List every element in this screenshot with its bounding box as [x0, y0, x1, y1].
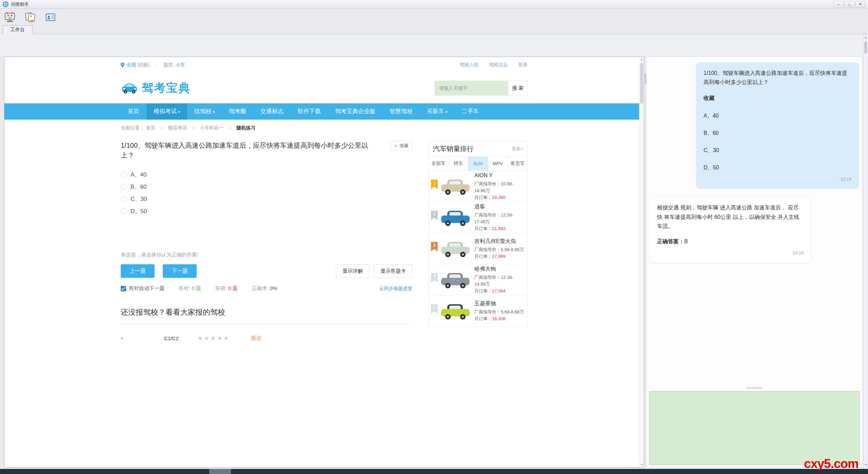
car-name: 吉利几何E萤火虫 — [474, 237, 524, 246]
ranking-item[interactable]: 5 五菱星驰 厂商指导价：5.68-8.68万 月订单：16,306 — [429, 295, 527, 327]
nav-item-smart-school[interactable]: 智慧驾校 — [382, 103, 420, 120]
search-button[interactable]: 搜 索 — [508, 81, 528, 96]
school-row[interactable]: C1/C2 ★★★★★ 面议 — [121, 335, 412, 342]
nav-item-downloads[interactable]: 软件下载 — [291, 103, 328, 120]
auto-next-checkbox[interactable] — [121, 286, 126, 291]
car-image — [440, 177, 471, 196]
breadcrumb-current: 随机练习 — [236, 125, 255, 130]
correct-count: 0 题 — [192, 285, 201, 291]
breadcrumb-kemu1[interactable]: 小车科目一 — [200, 125, 223, 130]
panel-splitter[interactable] — [647, 386, 862, 390]
option-d[interactable]: D、50 — [121, 205, 412, 217]
car-orders: 21,583 — [492, 226, 506, 231]
nav-item-traffic-signs[interactable]: 交通标志 — [253, 103, 291, 120]
search-box: 搜 索 — [435, 81, 528, 96]
watermark: cxy5.com — [804, 457, 859, 471]
minimize-button[interactable]: ─ — [833, 1, 844, 7]
ranking-item[interactable]: 2 逍客 厂商指导价：12.59-17.49万 月订单：21,583 — [429, 202, 527, 233]
divider — [156, 62, 157, 68]
nav-item-buy-new-car[interactable]: 买新车▾ — [420, 103, 455, 120]
close-button[interactable]: ✕ — [855, 1, 865, 7]
car-name: AION Y — [474, 171, 524, 180]
site-logo-text: 驾考宝典 — [142, 80, 191, 96]
scroll-down-icon[interactable]: ▼ — [864, 463, 867, 466]
nav-item-circle[interactable]: 驾考圈 — [222, 103, 253, 120]
stats-row: 答对自动下一题 答对: 0 题 答错: 0 题 正确率: 0% 云同步做题进度 — [121, 285, 412, 292]
nav-item-used-car[interactable]: 二手车 — [455, 103, 486, 120]
breadcrumb: 当前位置： 首页 ＞ 模拟考试 ＞ 小车科目一 ＞ 随机练习 — [121, 125, 528, 131]
site-logo[interactable]: 驾考宝典 — [121, 80, 191, 96]
breadcrumb-mock-exam[interactable]: 模拟考试 — [168, 125, 187, 130]
question-title: 1/100、驾驶车辆进入高速公路加速车道后，应尽快将车速提高到每小时多少公里以上… — [121, 141, 382, 160]
question-message-bubble: 1/100、驾驶车辆进入高速公路加速车道后，应尽快将车速提高到每小时多少公里以上… — [696, 62, 859, 189]
radio-icon[interactable] — [121, 184, 126, 190]
chat-input[interactable] — [649, 391, 860, 465]
show-answer-card-button[interactable]: 显示答题卡 — [374, 264, 412, 278]
ranking-item[interactable]: 1 AION Y 厂商指导价：10.98-18.98万 月订单：33,260 — [429, 171, 527, 202]
robot-computer-icon — [4, 12, 16, 23]
star-icon: ★ — [394, 143, 398, 148]
option-a[interactable]: A、40 — [121, 168, 412, 181]
next-question-button[interactable]: 下一题 — [163, 264, 197, 278]
tab-all-cars[interactable]: 全部车 — [429, 157, 449, 170]
window-scrollbar[interactable]: ▲ ▼ — [863, 34, 868, 468]
tab-workbench[interactable]: 工作台 — [3, 25, 33, 34]
correct-answer-label: 正确答案： — [657, 239, 684, 244]
scrollbar-thumb[interactable] — [640, 63, 643, 104]
breadcrumb-home[interactable]: 首页 — [146, 125, 155, 130]
chat-option-d: D、50 — [704, 163, 851, 172]
search-input[interactable] — [435, 81, 508, 96]
wrong-count: 0 题 — [228, 285, 238, 291]
ranking-item[interactable]: 4 哈弗大狗 厂商指导价：12.39-14.99万 月订单：17,084 — [429, 264, 527, 295]
window-title: 问答助手 — [11, 1, 29, 7]
nav-item-mock-exam[interactable]: 模拟考试▾ — [146, 103, 187, 120]
contact-card-toolbar-button[interactable] — [44, 11, 57, 24]
nav-item-find-school[interactable]: 找驾校▾ — [187, 103, 222, 120]
horizontal-scroll-thumb[interactable] — [209, 469, 231, 474]
scrollbar-thumb[interactable] — [864, 41, 867, 54]
tab-bar: 工作台 — [0, 25, 868, 34]
option-c[interactable]: C、30 — [121, 193, 412, 205]
scroll-up-icon[interactable]: ▲ — [639, 58, 644, 61]
accuracy-rate: 0% — [270, 285, 277, 291]
car-image — [440, 208, 471, 227]
scroll-up-icon[interactable]: ▲ — [864, 36, 867, 39]
bottom-scroll-strip[interactable] — [0, 469, 868, 474]
car-orders: 17,084 — [492, 288, 506, 293]
assistant-robot-toolbar-button[interactable] — [3, 11, 16, 24]
tab-suv[interactable]: SUV — [468, 157, 488, 170]
school-section-title: 还没报驾校？看看大家报的驾校 — [121, 307, 412, 317]
nav-item-home[interactable]: 首页 — [121, 103, 146, 120]
show-explanation-button[interactable]: 显示详解 — [336, 264, 369, 278]
browser-scrollbar[interactable]: ▲ ▼ — [639, 57, 644, 467]
license-type: C1/C2 — [164, 335, 179, 341]
car-name: 逍客 — [474, 203, 524, 211]
school-join-link[interactable]: 驾校入驻 — [460, 62, 479, 68]
favorite-button[interactable]: ★ 收藏 — [390, 141, 412, 151]
cards-icon — [24, 12, 36, 23]
radio-icon[interactable] — [121, 208, 126, 214]
maximize-button[interactable]: □ — [844, 1, 854, 7]
tab-truck[interactable]: 客货车 — [508, 157, 527, 170]
question-bank-toolbar-button[interactable] — [24, 11, 37, 24]
cloud-sync-link[interactable]: 云同步做题进度 — [379, 286, 412, 292]
tab-mpv[interactable]: MPV — [488, 157, 508, 170]
location-switch-link[interactable]: [切换] — [137, 62, 150, 68]
radio-icon[interactable] — [121, 172, 126, 178]
divider — [121, 324, 412, 325]
site-header: 驾考宝典 搜 索 — [4, 73, 644, 103]
option-b[interactable]: B、60 — [121, 181, 412, 193]
rank-badge: 5 — [431, 304, 438, 314]
radio-icon[interactable] — [121, 196, 126, 202]
bank-value-link[interactable]: 小车 — [176, 62, 185, 68]
location-link[interactable]: 全国 — [126, 62, 136, 68]
login-link[interactable]: 登录 — [518, 62, 528, 68]
prev-question-button[interactable]: 上一题 — [121, 264, 155, 278]
ranking-item[interactable]: 3 吉利几何E萤火虫 厂商指导价：5.98-8.98万 月订单：17,999 — [429, 233, 527, 264]
nav-item-enterprise[interactable]: 驾考宝典企业版 — [328, 103, 382, 120]
tab-sedan[interactable]: 轿车 — [449, 157, 468, 170]
scroll-down-icon[interactable]: ▼ — [639, 463, 644, 466]
ranking-more-link[interactable]: 更多> — [512, 146, 523, 152]
school-admin-link[interactable]: 驾校后台 — [489, 62, 508, 68]
rank-badge: 1 — [431, 180, 438, 189]
